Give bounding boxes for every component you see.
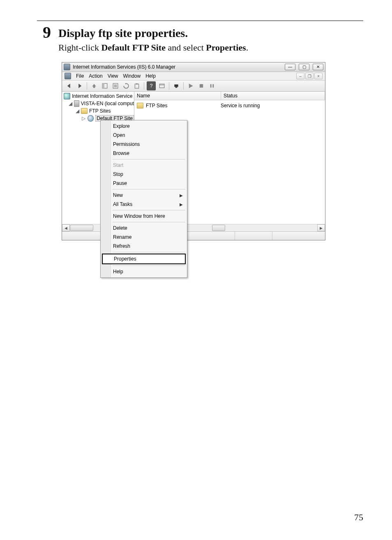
forward-button[interactable] bbox=[75, 81, 84, 90]
svg-rect-11 bbox=[200, 84, 203, 88]
list-item-name: FTP Sites bbox=[146, 103, 167, 108]
list-header: Name Status bbox=[134, 92, 325, 100]
help-button[interactable]: ? bbox=[147, 81, 156, 90]
scroll-thumb[interactable] bbox=[70, 225, 93, 231]
ctx-help[interactable]: Help bbox=[101, 267, 187, 276]
top-rule bbox=[37, 21, 363, 21]
svg-rect-7 bbox=[159, 84, 164, 88]
properties-button[interactable] bbox=[111, 81, 120, 90]
ctx-label: Explore bbox=[113, 123, 130, 129]
svg-rect-9 bbox=[174, 85, 178, 87]
step-text: Display ftp site properties. Right-click… bbox=[58, 24, 248, 53]
ctx-explore[interactable]: Explore bbox=[101, 122, 187, 131]
svg-rect-10 bbox=[175, 87, 178, 88]
ctx-rename[interactable]: Rename bbox=[101, 233, 187, 242]
list-item[interactable]: FTP Sites Service is running bbox=[134, 102, 325, 109]
step-sub-pre: Right-click bbox=[58, 42, 101, 53]
ctx-label: New Window from Here bbox=[113, 213, 165, 219]
toolbar-separator bbox=[169, 82, 169, 90]
ctx-separator bbox=[112, 189, 185, 189]
pause-button[interactable] bbox=[208, 81, 217, 90]
toolbar-separator bbox=[87, 82, 87, 90]
stop-button[interactable] bbox=[197, 81, 206, 90]
folder-icon bbox=[81, 108, 88, 114]
menu-window[interactable]: Window bbox=[123, 73, 141, 79]
menu-help[interactable]: Help bbox=[145, 73, 156, 79]
connect-button[interactable] bbox=[172, 81, 181, 90]
ctx-properties[interactable]: Properties bbox=[102, 254, 186, 264]
start-button[interactable] bbox=[186, 81, 195, 90]
menu-view[interactable]: View bbox=[108, 73, 118, 79]
ctx-label: Delete bbox=[113, 225, 127, 231]
mdi-minimize-button[interactable]: – bbox=[296, 73, 304, 79]
ctx-label: New bbox=[113, 192, 123, 198]
minimize-button[interactable]: — bbox=[285, 64, 295, 70]
submenu-arrow-icon: ▶ bbox=[180, 202, 183, 207]
status-cell bbox=[272, 232, 325, 240]
list-item-status-cell: Service is running bbox=[218, 103, 325, 108]
menu-bar: File Action View Window Help – ❐ × bbox=[62, 72, 325, 81]
mdi-close-button[interactable]: × bbox=[314, 73, 323, 79]
ctx-new-window[interactable]: New Window from Here bbox=[101, 212, 187, 221]
step-title: Display ftp site properties. bbox=[58, 27, 248, 40]
scroll-thumb[interactable] bbox=[212, 225, 225, 231]
tree-server[interactable]: ◢ VISTA-EN (local comput bbox=[63, 100, 134, 107]
svg-rect-6 bbox=[135, 84, 138, 88]
mdi-restore-button[interactable]: ❐ bbox=[305, 73, 314, 79]
maximize-button[interactable]: ▢ bbox=[299, 64, 309, 70]
ctx-pause[interactable]: Pause bbox=[101, 179, 187, 188]
menu-action[interactable]: Action bbox=[89, 73, 102, 79]
tree-root-label: Internet Information Service bbox=[72, 93, 132, 99]
ctx-all-tasks[interactable]: All Tasks▶ bbox=[101, 200, 187, 209]
col-status-header[interactable]: Status bbox=[221, 92, 325, 100]
ctx-separator bbox=[112, 210, 185, 210]
tree-root[interactable]: Internet Information Service bbox=[63, 92, 134, 100]
context-menu: Explore Open Permissions Browse Start St… bbox=[100, 120, 187, 278]
ctx-open[interactable]: Open bbox=[101, 131, 187, 140]
tree-ftp-sites[interactable]: ◢ FTP Sites bbox=[63, 107, 134, 115]
title-bar: Internet Information Services (IIS) 6.0 … bbox=[62, 62, 325, 72]
tree-server-label: VISTA-EN (local comput bbox=[81, 101, 134, 106]
ctx-start: Start bbox=[101, 161, 187, 170]
ctx-stop[interactable]: Stop bbox=[101, 170, 187, 179]
ctx-refresh[interactable]: Refresh bbox=[101, 242, 187, 251]
step-sub-suf: . bbox=[246, 42, 249, 53]
folder-icon bbox=[137, 103, 143, 108]
col-name-header[interactable]: Name bbox=[134, 92, 221, 100]
ctx-label: Rename bbox=[113, 234, 131, 240]
close-button[interactable]: ✕ bbox=[313, 64, 323, 70]
ctx-permissions[interactable]: Permissions bbox=[101, 140, 187, 149]
tree-folder-label: FTP Sites bbox=[89, 108, 111, 114]
toolbar-separator bbox=[144, 82, 144, 90]
scroll-right-button[interactable]: ▶ bbox=[317, 224, 325, 231]
ctx-delete[interactable]: Delete bbox=[101, 224, 187, 233]
refresh-button[interactable] bbox=[122, 81, 131, 90]
svg-rect-13 bbox=[212, 84, 214, 88]
document-page: 9 Display ftp site properties. Right-cli… bbox=[0, 0, 392, 540]
export-button[interactable] bbox=[132, 81, 141, 90]
step-subtitle: Right-click Default FTP Site and select … bbox=[58, 42, 248, 53]
toolbar: ? bbox=[62, 81, 325, 92]
ctx-browse[interactable]: Browse bbox=[101, 149, 187, 158]
expand-icon[interactable]: ▷ bbox=[82, 115, 86, 121]
console-icon bbox=[65, 73, 71, 79]
back-button[interactable] bbox=[65, 81, 74, 90]
ctx-label: Open bbox=[113, 132, 125, 138]
scroll-left-button[interactable]: ◀ bbox=[62, 224, 70, 231]
window-title: Internet Information Services (IIS) 6.0 … bbox=[73, 64, 281, 70]
ctx-new[interactable]: New▶ bbox=[101, 191, 187, 200]
ctx-label: Refresh bbox=[113, 243, 130, 249]
step-sub-mid: and select bbox=[166, 42, 206, 53]
collapse-icon[interactable]: ◢ bbox=[75, 108, 79, 114]
server-icon bbox=[74, 100, 79, 107]
screenshot-window: Internet Information Services (IIS) 6.0 … bbox=[62, 62, 325, 240]
ctx-label: Start bbox=[113, 162, 123, 168]
ctx-label: Permissions bbox=[113, 141, 140, 147]
app-icon bbox=[64, 64, 70, 70]
up-button[interactable] bbox=[90, 81, 99, 90]
collapse-icon[interactable]: ◢ bbox=[69, 101, 72, 106]
show-hide-tree-button[interactable] bbox=[100, 81, 109, 90]
menu-file[interactable]: File bbox=[76, 73, 84, 79]
window-button[interactable] bbox=[157, 81, 166, 90]
svg-rect-1 bbox=[102, 83, 104, 88]
